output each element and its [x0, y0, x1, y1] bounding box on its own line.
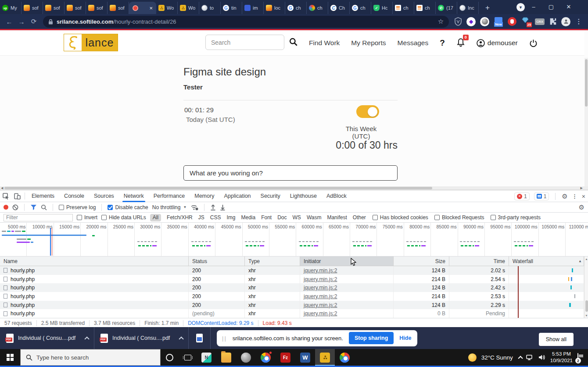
browser-tab[interactable]: sof — [43, 2, 65, 14]
browser-tab[interactable]: Inc — [457, 2, 479, 14]
start-button[interactable] — [0, 349, 20, 366]
browser-tab-active[interactable]: × — [129, 2, 156, 14]
taskbar-app-chrome[interactable] — [256, 349, 276, 366]
browser-tab[interactable]: ✓Hc — [371, 2, 393, 14]
extensions-puzzle-icon[interactable] — [549, 18, 557, 25]
browser-tab[interactable]: Gch — [285, 2, 307, 14]
purple-extension-icon[interactable]: ◆ — [466, 17, 476, 26]
browser-tab[interactable]: ch — [414, 2, 436, 14]
logout-power-icon[interactable] — [529, 39, 538, 47]
scroll-up-arrow[interactable]: ▲ — [584, 257, 588, 260]
initiator-link[interactable]: jquery.min.js:2 — [304, 285, 337, 291]
blocked-requests-checkbox[interactable]: Blocked Requests — [434, 214, 484, 221]
issues-count-badge[interactable]: 1 — [534, 192, 549, 200]
gem-extension-icon[interactable]: 25 — [521, 17, 531, 26]
network-conditions-icon[interactable] — [190, 204, 198, 210]
table-vertical-scrollbar[interactable]: ▲ ▼ — [584, 257, 588, 318]
initiator-link[interactable]: jquery.min.js:2 — [304, 293, 337, 299]
request-type-fetch-xhr[interactable]: Fetch/XHR — [167, 214, 193, 221]
browser-tab[interactable]: upMy — [0, 2, 22, 14]
initiator-link[interactable]: jquery.min.js:2 — [304, 302, 337, 308]
network-overview-timeline[interactable]: 5000 ms10000 ms15000 ms20000 ms25000 ms3… — [0, 223, 588, 257]
devtools-settings-icon[interactable]: ⚙ — [562, 192, 567, 200]
task-description-input[interactable] — [183, 165, 398, 181]
devtools-tab-performance[interactable]: Performance — [149, 190, 190, 202]
scrollbar-thumb[interactable] — [585, 59, 588, 107]
notifications-bell[interactable]: 0 — [456, 38, 465, 49]
weather-text[interactable]: 32°C Sunny — [481, 354, 513, 361]
throttling-select[interactable]: No throttling▼ — [152, 204, 187, 210]
volume-tray-icon[interactable] — [538, 354, 545, 360]
stop-sharing-button[interactable]: Stop sharing — [349, 332, 394, 344]
request-type-ws[interactable]: WS — [293, 214, 301, 221]
task-view-button[interactable] — [179, 349, 197, 366]
drag-handle-icon[interactable]: || — [222, 335, 227, 342]
site-search-input[interactable] — [205, 35, 284, 50]
table-row[interactable]: hourly.php(pending)xhrjquery.min.js:20 B… — [0, 309, 584, 318]
document-window-chip[interactable] — [189, 327, 211, 349]
cortana-button[interactable] — [161, 349, 179, 366]
user-menu[interactable]: demouser — [477, 39, 518, 47]
window-maximize-button[interactable]: ▢ — [542, 0, 560, 13]
table-row[interactable]: hourly.php200xhrjquery.min.js:2124 B2.42… — [0, 283, 584, 292]
network-settings-icon[interactable]: ⚙ — [579, 203, 584, 211]
column-header-type[interactable]: Type — [245, 257, 300, 266]
column-header-waterfall[interactable]: Waterfall▲ — [509, 257, 584, 266]
request-type-manifest[interactable]: Manifest — [327, 214, 347, 221]
new-tab-button[interactable]: + — [481, 2, 494, 14]
request-type-img[interactable]: Img — [226, 214, 235, 221]
nav-link-my-reports[interactable]: My Reports — [351, 39, 386, 47]
browser-tab[interactable]: sof — [65, 2, 86, 14]
network-filter-input[interactable] — [4, 214, 73, 221]
export-har-icon[interactable] — [220, 204, 226, 210]
initiator-link[interactable]: jquery.min.js:2 — [304, 276, 337, 282]
tab-search-button[interactable]: ▼ — [516, 3, 525, 11]
browser-tab[interactable]: Gtin — [221, 2, 242, 14]
devtools-tab-security[interactable]: Security — [256, 190, 285, 202]
devtools-close-icon[interactable]: × — [582, 193, 585, 200]
device-toolbar-icon[interactable] — [11, 190, 23, 202]
request-type-js[interactable]: JS — [198, 214, 204, 221]
taskbar-search[interactable]: Type here to search — [20, 349, 161, 366]
request-type-doc[interactable]: Doc — [277, 214, 287, 221]
pdf-window-chip-2[interactable]: PDF Individual ( Consu....pdf — [94, 327, 189, 349]
search-network-icon[interactable] — [41, 204, 47, 210]
page-horizontal-scrollbar[interactable]: ◀ ▶ — [0, 186, 588, 190]
action-center-button[interactable]: 2 — [577, 353, 578, 361]
scroll-right-arrow[interactable]: ▶ — [581, 186, 583, 190]
devtools-menu-icon[interactable]: ⋮ — [572, 193, 577, 200]
crx-extension-icon[interactable]: CRX — [535, 18, 545, 25]
site-logo[interactable]: lance — [64, 34, 118, 51]
column-header-initiator[interactable]: Initiator — [300, 257, 394, 266]
column-header-time[interactable]: Time — [449, 257, 509, 266]
inspect-element-icon[interactable] — [0, 190, 11, 202]
forward-button[interactable]: → — [16, 16, 27, 27]
scrollbar-thumb[interactable] — [585, 300, 588, 312]
browser-tab[interactable]: ch — [393, 2, 414, 14]
table-row[interactable]: hourly.php200xhrjquery.min.js:2124 B2.02… — [0, 266, 584, 275]
window-minimize-button[interactable]: – — [525, 0, 542, 13]
request-type-all[interactable]: All — [150, 214, 161, 221]
column-header-status[interactable]: Status — [189, 257, 245, 266]
browser-tab[interactable]: CCh — [328, 2, 350, 14]
bookmark-star-icon[interactable]: ☆ — [438, 18, 444, 25]
reload-button[interactable]: ⟳ — [28, 16, 39, 27]
record-network-log-button[interactable] — [4, 205, 8, 210]
browser-menu-icon[interactable]: ⋮ — [573, 16, 584, 27]
hide-button[interactable]: Hide — [399, 335, 413, 341]
initiator-link[interactable]: jquery.min.js:2 — [304, 310, 337, 317]
clear-network-log-icon[interactable] — [12, 204, 18, 210]
nav-link-find-work[interactable]: Find Work — [309, 39, 340, 47]
request-type-other[interactable]: Other — [353, 214, 366, 221]
table-row[interactable]: hourly.php200xhrjquery.min.js:2124 B2.29… — [0, 301, 584, 310]
import-har-icon[interactable] — [210, 204, 216, 210]
table-row[interactable]: hourly.php200xhrjquery.min.js:2214 B2.54… — [0, 275, 584, 284]
taskbar-app-file-explorer[interactable] — [216, 349, 236, 366]
browser-tab[interactable]: loc — [264, 2, 285, 14]
weather-sun-icon[interactable] — [468, 353, 477, 362]
hidden-icons-chevron[interactable] — [518, 356, 523, 360]
sphere-extension-icon[interactable] — [480, 17, 489, 26]
help-icon[interactable]: ? — [440, 38, 445, 48]
tracking-toggle[interactable] — [356, 105, 379, 118]
invert-checkbox[interactable]: Invert — [77, 214, 97, 221]
